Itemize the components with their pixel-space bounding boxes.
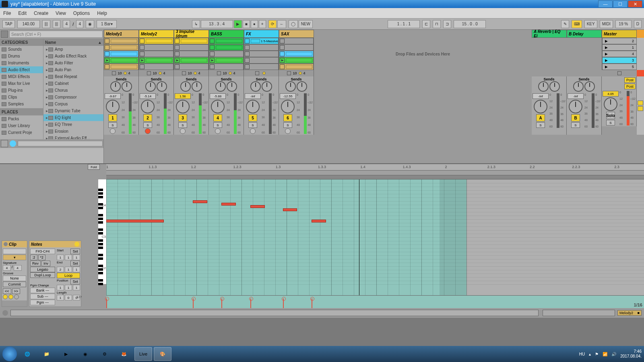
loop-length[interactable]: 15 . 0 . 0 bbox=[454, 20, 486, 28]
send-a-knob[interactable] bbox=[110, 81, 121, 92]
search-icon[interactable] bbox=[1, 31, 8, 38]
session-record-button[interactable]: ◯ bbox=[289, 20, 298, 28]
clip-slot[interactable] bbox=[174, 64, 208, 70]
sig-numerator[interactable]: 4 bbox=[63, 20, 70, 28]
send-b-knob[interactable] bbox=[549, 81, 560, 92]
close-button[interactable]: ✕ bbox=[628, 0, 642, 8]
clip-slot[interactable] bbox=[174, 57, 208, 64]
clip-slot[interactable] bbox=[279, 38, 314, 44]
device-item[interactable]: ▸Audio Effect Rack bbox=[43, 53, 103, 60]
solo-button[interactable]: S bbox=[108, 122, 117, 128]
volume-value[interactable]: -Inf bbox=[568, 93, 584, 99]
arrangement-overview[interactable] bbox=[10, 310, 539, 316]
clip-slot[interactable] bbox=[244, 44, 279, 51]
piano-keys[interactable]: C4C3C2 bbox=[98, 179, 106, 284]
selected-clip-label[interactable]: Melody2■ bbox=[617, 310, 642, 316]
firefox-icon[interactable]: 🦊 bbox=[115, 347, 133, 361]
place-item[interactable]: Packs bbox=[0, 115, 43, 122]
device-item[interactable]: ▸Auto Pan bbox=[43, 66, 103, 73]
menu-options[interactable]: Options bbox=[73, 10, 90, 16]
tap-tempo-button[interactable]: TAP bbox=[2, 20, 15, 28]
tray-network-icon[interactable]: 📶 bbox=[603, 352, 607, 356]
menu-file[interactable]: File bbox=[3, 10, 11, 16]
stop-all-button[interactable] bbox=[617, 71, 621, 75]
volume-value[interactable]: -5.14 bbox=[140, 93, 156, 99]
send-a-knob[interactable] bbox=[145, 81, 156, 92]
send-a-knob[interactable] bbox=[250, 81, 261, 92]
clip-slot[interactable] bbox=[244, 57, 279, 64]
category-item[interactable]: Clips bbox=[0, 94, 43, 101]
solo-button[interactable]: S bbox=[248, 122, 257, 128]
pan-knob[interactable] bbox=[176, 100, 190, 113]
velocity-marker[interactable] bbox=[283, 298, 284, 308]
tempo-field[interactable]: 140.00 bbox=[17, 20, 40, 28]
start-bar[interactable]: 1 bbox=[57, 255, 64, 260]
track-header[interactable]: Melody1 bbox=[104, 30, 139, 38]
velocity-marker[interactable] bbox=[221, 298, 222, 308]
minimize-button[interactable]: — bbox=[598, 0, 613, 8]
menu-view[interactable]: View bbox=[56, 10, 66, 16]
stop-clip-button[interactable] bbox=[217, 71, 221, 75]
device-item[interactable]: ▸EQ Eight bbox=[43, 114, 103, 121]
track-activator[interactable]: 5 bbox=[248, 114, 257, 121]
punch-out-button[interactable]: ⊐ bbox=[443, 20, 451, 28]
menu-create[interactable]: Create bbox=[34, 10, 48, 16]
follow-button[interactable]: ↳ bbox=[192, 20, 200, 28]
quantize-menu[interactable]: 1 Bar ▾ bbox=[97, 20, 117, 28]
pgm-field[interactable]: Pgm --- bbox=[30, 300, 55, 305]
loop-start[interactable]: 1 . 1 . 1 bbox=[388, 20, 420, 28]
category-item[interactable]: Instruments bbox=[0, 60, 43, 66]
clip-slot[interactable] bbox=[209, 57, 244, 64]
track-header[interactable]: 3 Impulse (drum bbox=[174, 30, 209, 38]
chrome-icon[interactable]: ◉ bbox=[76, 347, 94, 361]
clip-slot[interactable] bbox=[174, 51, 208, 57]
pan-knob[interactable] bbox=[141, 100, 155, 113]
nudge-up-button[interactable]: ||| bbox=[53, 20, 61, 28]
clip-sig-den[interactable]: 4 bbox=[14, 265, 22, 271]
commit-button[interactable]: Commit bbox=[3, 282, 26, 287]
track-activator[interactable]: 2 bbox=[143, 114, 152, 121]
device-item[interactable]: ▸Dynamic Tube bbox=[43, 107, 103, 114]
velocity-marker[interactable] bbox=[250, 298, 251, 308]
mixer-section-toggle[interactable] bbox=[637, 76, 644, 135]
end-beat[interactable]: 1 bbox=[65, 267, 72, 272]
arm-button[interactable] bbox=[250, 128, 256, 134]
clip-slot[interactable] bbox=[279, 57, 314, 64]
track-header[interactable]: FX bbox=[244, 30, 279, 38]
stop-clip-button[interactable] bbox=[112, 71, 116, 75]
loop-brace[interactable] bbox=[106, 171, 644, 175]
re-enable-automation-button[interactable]: ← bbox=[277, 20, 286, 28]
search-input[interactable] bbox=[9, 31, 103, 38]
category-item[interactable]: Audio Effect bbox=[0, 66, 43, 73]
stop-clip-button[interactable] bbox=[255, 71, 259, 75]
device-item[interactable]: ▸Compressor bbox=[43, 94, 103, 101]
master-header[interactable]: Master bbox=[602, 30, 637, 38]
clip-slot[interactable] bbox=[174, 44, 208, 51]
midi-note[interactable] bbox=[283, 208, 297, 211]
track-activator[interactable]: 1 bbox=[108, 114, 117, 121]
nav-prev-button[interactable]: << bbox=[3, 288, 11, 294]
arm-button[interactable] bbox=[145, 128, 151, 134]
solo-button[interactable]: S bbox=[606, 120, 615, 125]
invert-button[interactable]: Inv bbox=[41, 261, 50, 266]
clip-slot[interactable] bbox=[209, 38, 244, 44]
draw-mode-button[interactable]: ✎ bbox=[561, 20, 569, 28]
track-activator[interactable]: A bbox=[536, 114, 545, 121]
solo-button[interactable]: S bbox=[283, 122, 292, 128]
send-a-knob[interactable] bbox=[538, 81, 549, 92]
send-b-knob[interactable] bbox=[584, 81, 595, 92]
velocity-marker[interactable] bbox=[312, 298, 312, 308]
midi-note[interactable] bbox=[250, 205, 265, 208]
note-range-field[interactable]: F#3-C#4 bbox=[30, 249, 55, 254]
volume-value[interactable]: -5.88 bbox=[210, 93, 226, 99]
track-activator[interactable]: B bbox=[571, 114, 580, 121]
arm-button[interactable] bbox=[180, 128, 186, 134]
groove-select[interactable]: None bbox=[3, 276, 26, 281]
status-play-icon[interactable] bbox=[2, 310, 8, 316]
nav-next-button[interactable]: >> bbox=[12, 288, 21, 294]
clip-slot[interactable] bbox=[139, 44, 173, 51]
scene-slot[interactable]: ▶4 bbox=[602, 51, 637, 57]
volume-value[interactable]: 4.05 bbox=[603, 91, 619, 97]
device-item[interactable]: ▸Amp bbox=[43, 46, 103, 53]
midi-note[interactable] bbox=[106, 220, 164, 222]
